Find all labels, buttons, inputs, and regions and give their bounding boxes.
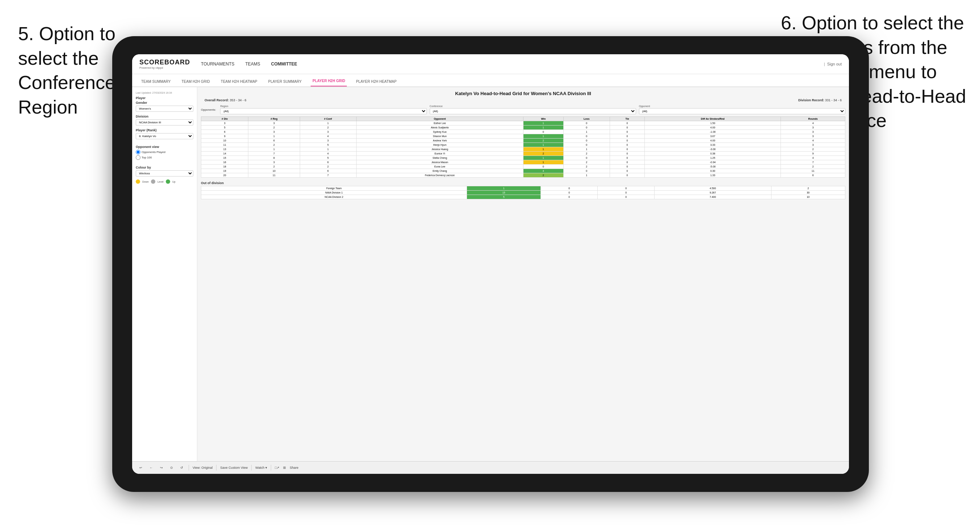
nav-tournaments[interactable]: TOURNAMENTS <box>201 60 234 68</box>
th-diff: Diff Av Strokes/Rnd <box>645 117 781 121</box>
nav-committee[interactable]: COMMITTEE <box>271 60 297 68</box>
data-records: Overall Record: 353 - 34 - 6 Division Re… <box>201 98 845 102</box>
gender-select[interactable]: Women's <box>136 106 193 112</box>
logo-area: SCOREBOARD Powered by clippd <box>139 59 190 70</box>
region-select[interactable]: (All) <box>220 108 426 114</box>
td-ood-win: 1 <box>467 186 541 190</box>
td-ood-win: 5 <box>467 195 541 199</box>
td-rounds: 3 <box>781 130 845 134</box>
toolbar-sep2 <box>216 465 216 471</box>
app-header: SCOREBOARD Powered by clippd TOURNAMENTS… <box>132 54 849 74</box>
sub-nav: TEAM SUMMARY TEAM H2H GRID TEAM H2H HEAT… <box>132 74 849 87</box>
td-diff: -5.00 <box>645 165 781 169</box>
th-loss: Loss <box>563 117 610 121</box>
td-ood-rounds: 30 <box>771 190 845 195</box>
sub-nav-player-h2h-grid[interactable]: PLAYER H2H GRID <box>310 76 347 86</box>
td-ood-opponent: NAIA Division 1 <box>201 190 467 195</box>
td-diff: 3.33 <box>645 143 781 147</box>
bottom-toolbar: ↩ ← ↪ ⊙ ↺ View: Original Save Custom Vie… <box>132 461 849 474</box>
nav-teams[interactable]: TEAMS <box>245 60 260 68</box>
td-conf: 2 <box>300 165 356 169</box>
td-tie: 0 <box>610 147 644 152</box>
td-win: 1 <box>523 160 563 165</box>
td-diff: -0.94 <box>645 160 781 165</box>
td-opponent: Jessica Huang <box>356 147 523 152</box>
td-conf: 4 <box>300 134 356 138</box>
td-div: 3 <box>201 121 248 125</box>
td-tie: 0 <box>610 125 644 130</box>
td-loss: 0 <box>563 143 610 147</box>
sub-nav-player-h2h-heatmap[interactable]: PLAYER H2H HEATMAP <box>354 77 398 86</box>
dots-legend: Down Level Up <box>136 179 193 184</box>
data-title: Katelyn Vo Head-to-Head Grid for Women's… <box>201 91 845 96</box>
td-ood-opponent: Foreign Team <box>201 186 467 190</box>
sidebar-colour-by-label: Colour by <box>136 166 193 169</box>
td-tie: 0 <box>610 173 644 178</box>
player-rank-select[interactable]: 8. Katelyn Vo <box>136 133 193 139</box>
back-btn[interactable]: ← <box>148 465 154 470</box>
opponents-played-radio[interactable]: Opponents Played <box>136 150 193 154</box>
td-loss: 0 <box>563 138 610 143</box>
share-label: Share <box>290 466 298 470</box>
save-custom-view-btn[interactable]: Save Custom View <box>220 466 248 470</box>
expand-btn[interactable]: □↗ <box>275 466 280 470</box>
colour-by-select[interactable]: Win/loss <box>136 170 193 176</box>
sub-nav-player-summary[interactable]: PLAYER SUMMARY <box>266 77 303 86</box>
sub-nav-team-summary[interactable]: TEAM SUMMARY <box>139 77 173 86</box>
td-ood-tie: 0 <box>598 190 655 195</box>
td-loss: 2 <box>563 160 610 165</box>
td-win: 4 <box>523 169 563 173</box>
td-reg: 2 <box>248 125 300 130</box>
logo-text: SCOREBOARD <box>139 59 190 66</box>
crop-btn[interactable]: ⊙ <box>168 465 175 470</box>
td-loss: 0 <box>563 156 610 160</box>
td-rounds: 3 <box>781 143 845 147</box>
sidebar-opponent-view-label: Opponent view <box>136 145 193 149</box>
td-win: 1 <box>523 121 563 125</box>
opponent-select[interactable]: (All) <box>639 108 845 114</box>
td-win: 0 <box>523 165 563 169</box>
td-diff: 1.33 <box>645 173 781 178</box>
td-ood-opponent: NCAA Division 2 <box>201 195 467 199</box>
division-select[interactable]: NCAA Division III <box>136 119 193 125</box>
nav-items: TOURNAMENTS TEAMS COMMITTEE <box>201 60 824 68</box>
watch-btn[interactable]: Watch ▾ <box>255 466 267 470</box>
td-conf: 6 <box>300 169 356 173</box>
sign-out-link[interactable]: Sign out <box>827 62 842 66</box>
conference-select[interactable]: (All) <box>430 108 636 114</box>
conference-label: Conference <box>430 105 636 108</box>
td-reg: 2 <box>248 143 300 147</box>
th-conf: # Conf <box>300 117 356 121</box>
grid-btn[interactable]: ⊞ <box>283 466 286 470</box>
td-opponent: Stella Cheng <box>356 156 523 160</box>
th-tie: Tie <box>610 117 644 121</box>
td-ood-loss: 0 <box>541 195 598 199</box>
sub-nav-team-h2h-heatmap[interactable]: TEAM H2H HEATMAP <box>219 77 259 86</box>
td-win: 1 <box>523 143 563 147</box>
td-reg: 2 <box>248 165 300 169</box>
sidebar-player-rank-label: Player (Rank) <box>136 129 193 132</box>
td-opponent: Sharon Mun <box>356 134 523 138</box>
td-tie: 0 <box>610 156 644 160</box>
toolbar-sep3 <box>251 465 251 471</box>
sub-nav-team-h2h-grid[interactable]: TEAM H2H GRID <box>180 77 212 86</box>
main-content: Last Updated: 27/03/2024 16:34 Player Ge… <box>132 87 849 461</box>
conference-filter: Conference (All) <box>430 105 636 114</box>
td-diff: 4.00 <box>645 125 781 130</box>
td-tie: 0 <box>610 169 644 173</box>
td-ood-diff: 7.400 <box>655 195 772 199</box>
top100-radio[interactable]: Top 100 <box>136 155 193 160</box>
redo-btn[interactable]: ↪ <box>158 465 165 470</box>
td-opponent: Esther Lee <box>356 121 523 125</box>
view-original-btn[interactable]: View: Original <box>192 466 213 470</box>
td-loss: 0 <box>563 121 610 125</box>
undo-btn[interactable]: ↩ <box>138 465 144 470</box>
td-win: 1 <box>523 156 563 160</box>
td-loss: 0 <box>563 125 610 130</box>
share-btn[interactable]: Share <box>290 466 298 470</box>
refresh-btn[interactable]: ↺ <box>178 465 185 470</box>
dot-level-label: Level <box>158 181 164 183</box>
td-ood-rounds: 10 <box>771 195 845 199</box>
td-conf: 2 <box>300 125 356 130</box>
td-rounds: 11 <box>781 169 845 173</box>
